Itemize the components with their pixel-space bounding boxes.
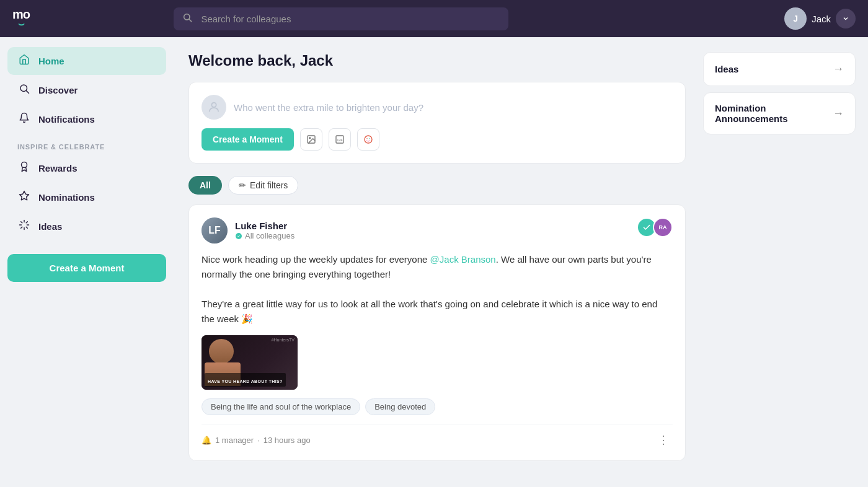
filter-edit-label: Edit filters: [250, 180, 288, 190]
right-panel: Ideas → Nomination Announcements →: [701, 37, 868, 487]
sidebar-item-home[interactable]: Home: [7, 47, 166, 75]
post-more-button[interactable]: ⋮: [654, 432, 673, 448]
composer-placeholder-text[interactable]: Who went the extra mile to brighten your…: [234, 102, 673, 113]
composer-top: Who went the extra mile to brighten your…: [202, 95, 673, 120]
gif-figure-head: [209, 339, 234, 364]
svg-line-1: [189, 19, 192, 22]
post-body: Nice work heading up the weekly updates …: [202, 252, 673, 327]
post-tags: Being the life and soul of the workplace…: [202, 398, 673, 415]
user-name: Jack: [812, 14, 831, 24]
sidebar-ideas-label: Ideas: [38, 221, 62, 232]
sidebar-nominations-label: Nominations: [38, 192, 95, 203]
post-mention[interactable]: @Jack Branson: [430, 254, 496, 265]
post-manager: 1 manager: [215, 436, 254, 445]
post-footer: 🔔 1 manager · 13 hours ago ⋮: [202, 424, 673, 448]
home-icon: [17, 54, 31, 68]
svg-point-14: [211, 103, 216, 107]
svg-text:GIF: GIF: [337, 138, 343, 142]
gif-watermark: #HuntersTV: [272, 338, 294, 342]
sidebar-item-discover[interactable]: Discover: [7, 76, 166, 104]
svg-line-12: [21, 227, 22, 228]
reaction-initials: RA: [653, 217, 673, 237]
search-input[interactable]: [174, 7, 508, 30]
ideas-icon: [17, 219, 31, 234]
filter-edit-button[interactable]: ✏ Edit filters: [228, 176, 298, 195]
post-time: 13 hours ago: [264, 436, 311, 445]
filter-row: All ✏ Edit filters: [188, 176, 686, 195]
nominations-icon: [17, 190, 31, 204]
avatar: J: [784, 7, 807, 30]
post-author-info: LF Luke Fisher All colleagues: [202, 217, 294, 244]
sidebar-home-label: Home: [38, 56, 64, 66]
post-tag-1: Being devoted: [365, 398, 435, 415]
svg-line-8: [21, 222, 22, 223]
post-tag-0: Being the life and soul of the workplace: [202, 398, 360, 415]
panel-ideas-arrow: →: [833, 63, 844, 76]
panel-card-nominations[interactable]: Nomination Announcements →: [703, 92, 856, 134]
discover-icon: [17, 83, 31, 97]
sidebar-item-notifications[interactable]: Notifications: [7, 105, 166, 133]
page-title: Welcome back, Jack: [188, 52, 686, 69]
bell-icon: 🔔: [202, 436, 211, 445]
sidebar-item-rewards[interactable]: Rewards: [7, 154, 166, 182]
composer-actions: Create a Moment GIF: [202, 128, 673, 151]
search-icon: [182, 12, 192, 25]
post-meta: 🔔 1 manager · 13 hours ago: [202, 436, 311, 445]
svg-line-9: [26, 227, 27, 228]
svg-point-19: [365, 136, 372, 143]
sidebar-discover-label: Discover: [38, 85, 78, 95]
svg-line-13: [26, 222, 27, 223]
post-composer: Who went the extra mile to brighten your…: [188, 82, 686, 164]
gif-upload-button[interactable]: GIF: [329, 128, 351, 151]
create-moment-sidebar-button[interactable]: Create a Moment: [7, 254, 166, 282]
post-body-para2: They're a great little way for us to loo…: [202, 297, 673, 327]
search-bar: [174, 7, 508, 30]
gif-text-overlay: HAVE YOU HEARD ABOUT THIS?: [205, 373, 286, 387]
main-layout: Home Discover Notifications INSPIRE & CE…: [0, 37, 868, 487]
svg-line-3: [26, 90, 29, 93]
panel-ideas-label: Ideas: [715, 64, 738, 74]
app-logo: mo ⌣: [12, 8, 30, 29]
filter-all-button[interactable]: All: [188, 176, 222, 195]
post-header: LF Luke Fisher All colleagues RA: [202, 217, 673, 244]
pencil-icon: ✏: [239, 180, 246, 190]
create-moment-composer-button[interactable]: Create a Moment: [202, 128, 294, 151]
composer-avatar: [202, 95, 226, 120]
sidebar-notifications-label: Notifications: [38, 114, 95, 125]
image-upload-button[interactable]: [300, 128, 322, 151]
post-author-name: Luke Fisher: [235, 221, 294, 231]
rewards-icon: [17, 161, 31, 175]
topnav: mo ⌣ J Jack: [0, 0, 868, 37]
user-area: J Jack: [784, 7, 856, 30]
logo-smile: ⌣: [18, 19, 24, 29]
svg-point-20: [366, 138, 367, 139]
post-author-audience: All colleagues: [235, 231, 294, 240]
post-gif: #HuntersTV HAVE YOU HEARD ABOUT THIS?: [202, 335, 298, 390]
svg-marker-5: [20, 191, 29, 200]
sidebar: Home Discover Notifications INSPIRE & CE…: [0, 37, 174, 487]
post-author-avatar: LF: [202, 217, 228, 244]
notifications-icon: [17, 112, 31, 126]
panel-nominations-arrow: →: [833, 107, 844, 120]
sidebar-item-nominations[interactable]: Nominations: [7, 183, 166, 211]
sidebar-item-ideas[interactable]: Ideas: [7, 213, 166, 240]
post-separator: ·: [257, 436, 260, 445]
post-card: LF Luke Fisher All colleagues RA: [188, 204, 686, 461]
sidebar-rewards-label: Rewards: [38, 163, 78, 173]
main-content: Welcome back, Jack Who went the extra mi…: [174, 37, 701, 487]
post-body-para1: Nice work heading up the weekly updates …: [202, 252, 673, 282]
panel-card-ideas[interactable]: Ideas →: [703, 52, 856, 86]
svg-point-16: [309, 138, 310, 139]
panel-nominations-label: Nomination Announcements: [715, 103, 833, 124]
emoji-button[interactable]: [357, 128, 379, 151]
svg-point-21: [369, 138, 370, 139]
post-reactions: RA: [640, 217, 673, 237]
post-author-details: Luke Fisher All colleagues: [235, 221, 294, 240]
section-inspire-label: INSPIRE & CELEBRATE: [7, 134, 166, 153]
user-menu-button[interactable]: [836, 9, 856, 29]
